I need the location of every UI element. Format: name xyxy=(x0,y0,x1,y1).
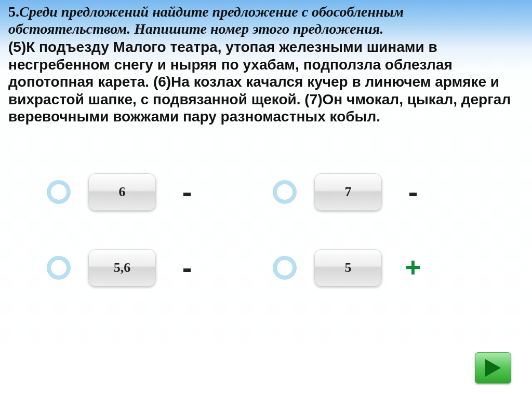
answer-button-4[interactable]: 5 xyxy=(314,249,382,286)
passage-text: (5)К подъезду Малого театра, утопая желе… xyxy=(8,38,524,126)
answer-label: 7 xyxy=(345,184,352,200)
mark-icon: - xyxy=(403,183,423,201)
answer-label: 5,6 xyxy=(114,260,131,276)
radio-indicator[interactable] xyxy=(47,256,71,280)
radio-indicator[interactable] xyxy=(273,180,297,204)
option-1: 6 - xyxy=(47,173,197,211)
option-2: 7 - xyxy=(273,173,423,211)
option-4: 5 + xyxy=(273,249,423,286)
mark-icon: + xyxy=(403,259,423,276)
radio-indicator[interactable] xyxy=(273,256,297,280)
answer-button-2[interactable]: 7 xyxy=(314,173,382,211)
svg-marker-0 xyxy=(485,359,501,377)
question-text: Среди предложений найдите предложение с … xyxy=(8,4,404,37)
answer-button-3[interactable]: 5,6 xyxy=(88,249,156,286)
mark-icon: - xyxy=(177,259,197,277)
question-number: 5. xyxy=(8,4,19,20)
option-3: 5,6 - xyxy=(47,249,197,286)
mark-icon: - xyxy=(177,183,197,201)
answer-label: 6 xyxy=(119,184,126,200)
next-button[interactable] xyxy=(475,352,511,383)
answer-button-1[interactable]: 6 xyxy=(88,173,156,211)
answer-label: 5 xyxy=(345,260,352,276)
question-prompt: 5.Среди предложений найдите предложение … xyxy=(8,3,524,37)
radio-indicator[interactable] xyxy=(47,180,71,204)
triangle-right-icon xyxy=(484,358,502,378)
